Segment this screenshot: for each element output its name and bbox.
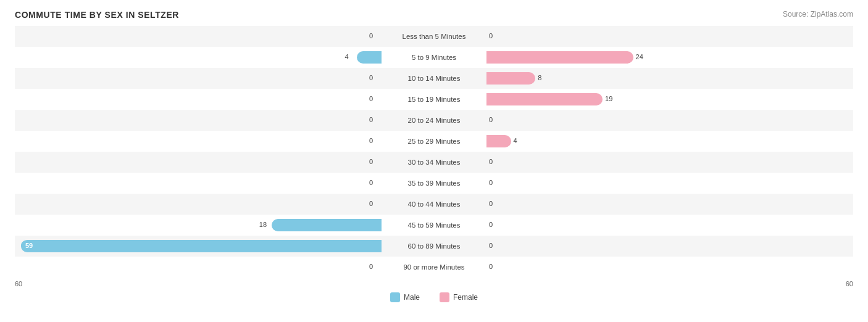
male-bar	[21, 240, 382, 252]
axis-row: 60 60	[15, 280, 853, 287]
female-value: 0	[489, 242, 493, 249]
legend-female: Female	[440, 292, 478, 302]
chart-row: 10 to 14 Minutes08	[15, 68, 853, 89]
female-bar	[486, 93, 603, 105]
chart-row: 40 to 44 Minutes00	[15, 194, 853, 215]
female-value: 8	[538, 74, 541, 81]
legend-male: Male	[390, 292, 420, 302]
male-value: 18	[259, 221, 267, 228]
female-value: 0	[489, 221, 493, 228]
chart-row: 15 to 19 Minutes019	[15, 89, 853, 110]
row-label: 30 to 34 Minutes	[407, 159, 460, 166]
male-value: 0	[369, 137, 373, 144]
row-label: 60 to 89 Minutes	[407, 242, 460, 250]
female-value: 0	[489, 263, 493, 270]
male-value: 4	[344, 53, 348, 60]
row-label: 35 to 39 Minutes	[407, 180, 460, 187]
row-label: 10 to 14 Minutes	[407, 75, 460, 82]
female-bar	[486, 135, 511, 147]
axis-left: 60	[15, 280, 22, 287]
male-value: 0	[369, 158, 373, 165]
male-value: 0	[369, 74, 373, 81]
chart-row: 90 or more Minutes00	[15, 257, 853, 278]
legend: Male Female	[15, 292, 853, 302]
chart-row: 30 to 34 Minutes00	[15, 152, 853, 173]
female-value: 0	[489, 158, 493, 165]
chart-row: 60 to 89 Minutes590	[15, 236, 853, 257]
row-label: 15 to 19 Minutes	[407, 96, 460, 103]
female-value: 0	[489, 179, 493, 186]
male-swatch	[390, 292, 400, 302]
axis-right: 60	[846, 280, 853, 287]
chart-title: COMMUTE TIME BY SEX IN SELTZER	[15, 10, 179, 20]
legend-female-label: Female	[453, 293, 478, 302]
male-bar	[272, 219, 382, 231]
male-value-badge: 59	[21, 241, 37, 250]
row-label: 25 to 29 Minutes	[407, 138, 460, 145]
male-bar	[357, 51, 382, 64]
row-label: 5 to 9 Minutes	[412, 54, 456, 61]
row-label: 20 to 24 Minutes	[407, 117, 460, 124]
female-value: 24	[636, 53, 643, 60]
male-value: 0	[369, 116, 373, 123]
row-label: Less than 5 Minutes	[403, 33, 466, 40]
female-value: 0	[489, 200, 493, 207]
chart-row: 35 to 39 Minutes00	[15, 173, 853, 194]
male-value: 0	[369, 95, 373, 102]
chart-row: 20 to 24 Minutes00	[15, 110, 853, 131]
female-bar	[486, 72, 535, 85]
row-label: 90 or more Minutes	[403, 263, 464, 271]
female-value: 0	[489, 32, 493, 39]
female-value: 19	[605, 95, 612, 102]
male-value: 0	[369, 179, 373, 186]
chart-row: 5 to 9 Minutes424	[15, 47, 853, 68]
source-text: Source: ZipAtlas.com	[783, 10, 853, 19]
female-swatch	[440, 292, 449, 302]
chart-row: 45 to 59 Minutes180	[15, 215, 853, 236]
male-value: 0	[369, 263, 373, 270]
male-value: 0	[369, 32, 373, 39]
chart-row: Less than 5 Minutes00	[15, 26, 853, 47]
female-bar	[486, 51, 633, 64]
chart-area: Less than 5 Minutes005 to 9 Minutes42410…	[15, 26, 853, 278]
row-label: 40 to 44 Minutes	[407, 200, 460, 208]
legend-male-label: Male	[404, 293, 420, 302]
female-value: 0	[489, 116, 493, 123]
chart-row: 25 to 29 Minutes04	[15, 131, 853, 152]
row-label: 45 to 59 Minutes	[407, 221, 460, 229]
female-value: 4	[514, 137, 517, 144]
male-value: 0	[369, 200, 373, 207]
